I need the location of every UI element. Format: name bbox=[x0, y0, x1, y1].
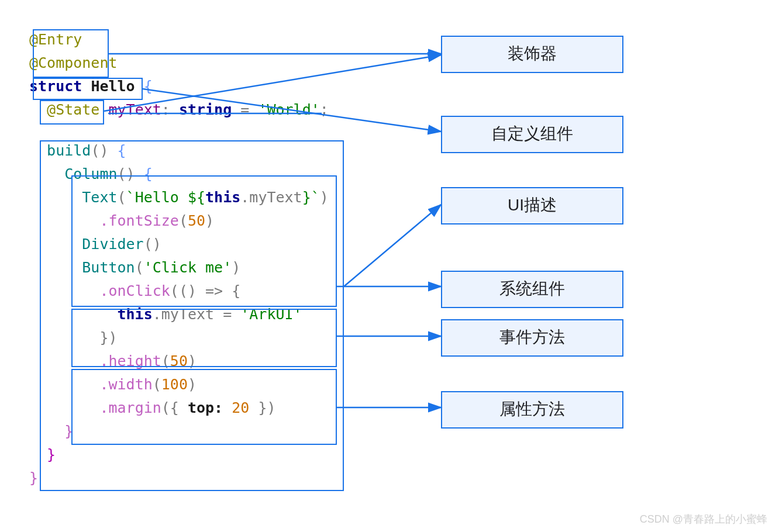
label-event-method: 事件方法 bbox=[441, 319, 623, 357]
box-column-children bbox=[71, 175, 337, 307]
label-sys-comp: 系统组件 bbox=[441, 271, 623, 308]
box-decorators bbox=[33, 29, 109, 78]
box-state bbox=[40, 100, 104, 125]
box-onclick bbox=[71, 309, 337, 367]
watermark: CSDN @青春路上的小蜜蜂 bbox=[640, 512, 767, 526]
svg-line-5 bbox=[344, 205, 441, 286]
box-struct-hello bbox=[33, 78, 143, 100]
label-decorator: 装饰器 bbox=[441, 36, 623, 73]
box-attrs bbox=[71, 369, 337, 445]
label-attr-method: 属性方法 bbox=[441, 391, 623, 429]
label-custom-component: 自定义组件 bbox=[441, 116, 623, 153]
blank bbox=[29, 123, 329, 140]
label-ui-desc: UI描述 bbox=[441, 187, 623, 224]
